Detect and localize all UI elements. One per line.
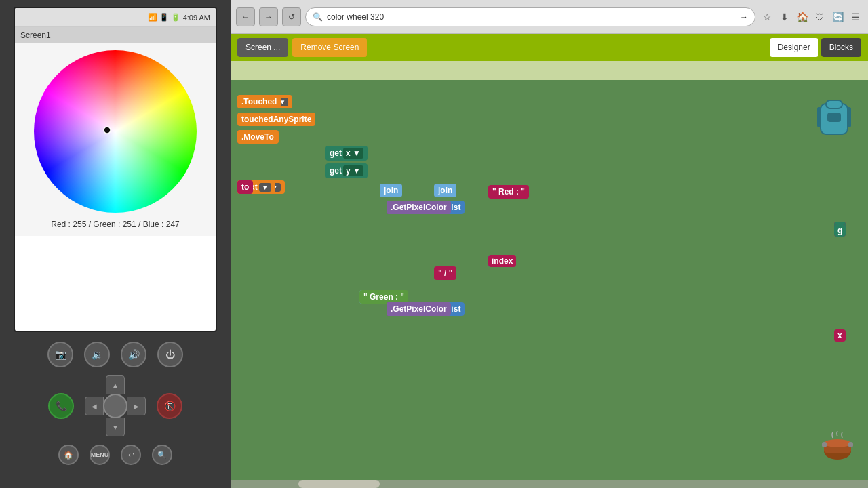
status-bar: 📶 📱 🔋 4:09 AM (15, 8, 216, 27)
browser-panel: ← → ↺ 🔍 color wheel 320 → ☆ ⬇ 🏠 🛡 🔄 ☰ Sc… (231, 0, 868, 488)
home-btn[interactable]: 🏠 (58, 445, 79, 465)
forward-browser-btn[interactable]: → (259, 7, 278, 26)
dpad-left[interactable]: ◀ (85, 396, 104, 415)
svg-rect-2 (826, 100, 842, 108)
separator-string[interactable]: " / " (434, 266, 456, 280)
svg-rect-5 (847, 107, 851, 127)
breadcrumb (231, 61, 868, 80)
dpad-down[interactable]: ▼ (106, 418, 125, 436)
address-bar[interactable]: 🔍 color wheel 320 → (305, 7, 755, 26)
app-header: Screen ... Remove Screen Designer Blocks (231, 34, 868, 61)
blocks-btn[interactable]: Blocks (821, 38, 861, 57)
status-icons: 📶 📱 🔋 (148, 13, 180, 22)
color-wheel-container: Red : 255 / Green : 251 / Blue : 247 (15, 43, 216, 236)
power-btn[interactable]: ⏻ (157, 342, 183, 367)
address-text: color wheel 320 (327, 12, 736, 22)
volume-down-btn[interactable]: 🔉 (84, 342, 110, 367)
shield-icon[interactable]: 🛡 (812, 9, 827, 24)
screen-btn[interactable]: Screen ... (237, 38, 288, 57)
header-right: Designer Blocks (770, 38, 861, 57)
get-x-block[interactable]: get x ▼ (326, 146, 368, 161)
backpack-icon (814, 94, 854, 149)
index-block: index 1 (488, 255, 504, 267)
get-y-block[interactable]: get y ▼ (326, 163, 368, 178)
refresh-btn[interactable]: ↺ (282, 7, 301, 26)
bookmark-icon[interactable]: 🏠 (795, 9, 810, 24)
dpad-right[interactable]: ▶ (127, 396, 146, 415)
volume-up-btn[interactable]: 🔊 (121, 342, 146, 367)
remove-screen-btn[interactable]: Remove Screen (292, 38, 367, 57)
time: 4:09 AM (183, 14, 210, 22)
designer-btn[interactable]: Designer (770, 38, 818, 57)
search-icon: 🔍 (313, 12, 323, 22)
red-string-block[interactable]: " Red : " (488, 185, 529, 199)
go-btn[interactable]: → (740, 12, 748, 22)
back-btn[interactable]: ↩ (121, 445, 141, 465)
back-browser-btn[interactable]: ← (236, 7, 255, 26)
emulator-panel: 📶 📱 🔋 4:09 AM Screen1 (0, 0, 231, 488)
color-info: Red : 255 / Green : 251 / Blue : 247 (51, 220, 179, 229)
phone-screen: 📶 📱 🔋 4:09 AM Screen1 (14, 7, 217, 332)
screen-title: Screen1 (15, 27, 216, 43)
join1-block[interactable]: join (380, 184, 402, 197)
menu-btn[interactable]: MENU (90, 445, 110, 465)
workspace-scrollbar[interactable] (231, 480, 868, 488)
nav-controls-row: 📞 ▲ ◀ ▶ ▼ 📵 (48, 375, 182, 436)
touched-any-sprite-block[interactable]: touchedAnySprite (237, 113, 315, 126)
menu-icon[interactable]: ☰ (848, 9, 863, 24)
home-icon[interactable]: ⬇ (777, 9, 792, 24)
call-btn[interactable]: 📞 (48, 393, 74, 419)
dpad-up[interactable]: ▲ (106, 375, 125, 394)
to-label: to (237, 180, 253, 194)
scrollbar-thumb[interactable] (298, 480, 380, 488)
search-btn[interactable]: 🔍 (152, 445, 172, 465)
sync-icon[interactable]: 🔄 (830, 9, 845, 24)
get-pixel-block1[interactable]: .GetPixelColor (387, 201, 451, 214)
touched-block[interactable]: .Touched (237, 95, 281, 108)
svg-rect-9 (822, 442, 827, 447)
svg-point-0 (104, 127, 111, 134)
end-call-btn[interactable]: 📵 (157, 393, 182, 419)
star-icon[interactable]: ☆ (760, 9, 774, 24)
bottom-controls-row: 🏠 MENU ↩ 🔍 (58, 445, 172, 465)
svg-rect-3 (827, 113, 841, 122)
dpad: ▲ ◀ ▶ ▼ (85, 375, 146, 436)
green-string-block[interactable]: " Green : " (359, 290, 408, 304)
svg-rect-4 (817, 107, 821, 127)
blocks-workspace[interactable]: Canvas1 ▼ .Touched y touchedAnySprite ca… (231, 80, 868, 488)
index-label: index (488, 255, 516, 267)
camera-btn[interactable]: 📷 (47, 342, 73, 367)
svg-point-8 (824, 439, 851, 447)
media-controls-row: 📷 🔉 🔊 ⏻ (47, 342, 183, 367)
pot-icon (821, 431, 854, 468)
color-wheel[interactable] (34, 50, 197, 213)
dpad-center[interactable] (103, 394, 127, 418)
get-pixel-block2[interactable]: .GetPixelColor (387, 302, 451, 316)
join-green-row: ⚙ join " Green : " (359, 291, 370, 302)
browser-toolbar: ← → ↺ 🔍 color wheel 320 → ☆ ⬇ 🏠 🛡 🔄 ☰ (231, 0, 868, 34)
join2-block[interactable]: join (434, 184, 456, 197)
phone-controls: 📷 🔉 🔊 ⏻ 📞 ▲ ◀ ▶ ▼ 📵 🏠 MENU ↩ 🔍 (14, 342, 217, 465)
g2-block: g (834, 224, 846, 237)
toolbar-icons: ☆ ⬇ 🏠 🛡 🔄 ☰ (760, 9, 863, 24)
moveto-block[interactable]: .MoveTo (237, 130, 278, 144)
svg-rect-10 (848, 442, 853, 447)
